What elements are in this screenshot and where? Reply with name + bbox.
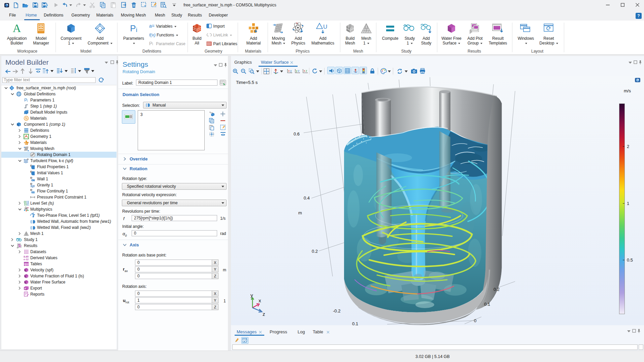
svg-text:D: D: [30, 176, 32, 179]
svg-text:f(x): f(x): [149, 32, 156, 37]
svg-text:y: y: [290, 69, 292, 72]
svg-text:x: x: [259, 298, 261, 303]
svg-text:i: i: [27, 99, 28, 102]
svg-text:U: U: [323, 24, 327, 30]
svg-text:y: y: [296, 69, 298, 72]
svg-text:y: y: [250, 294, 253, 298]
svg-text:z: z: [298, 69, 300, 72]
svg-text:DC: DC: [31, 179, 34, 182]
svg-text:DO: DO: [31, 191, 35, 194]
svg-text:x: x: [304, 69, 305, 72]
svg-text:a=: a=: [149, 24, 155, 29]
svg-text:D: D: [30, 188, 32, 191]
svg-text:A: A: [13, 23, 21, 34]
svg-text:D: D: [30, 182, 32, 185]
svg-text:Pi: Pi: [149, 41, 153, 46]
svg-text:x: x: [288, 69, 290, 72]
svg-text:z: z: [263, 311, 265, 317]
svg-text:Pi: Pi: [130, 23, 137, 33]
svg-text:e-12: e-12: [24, 258, 29, 261]
svg-text:z: z: [306, 69, 307, 72]
